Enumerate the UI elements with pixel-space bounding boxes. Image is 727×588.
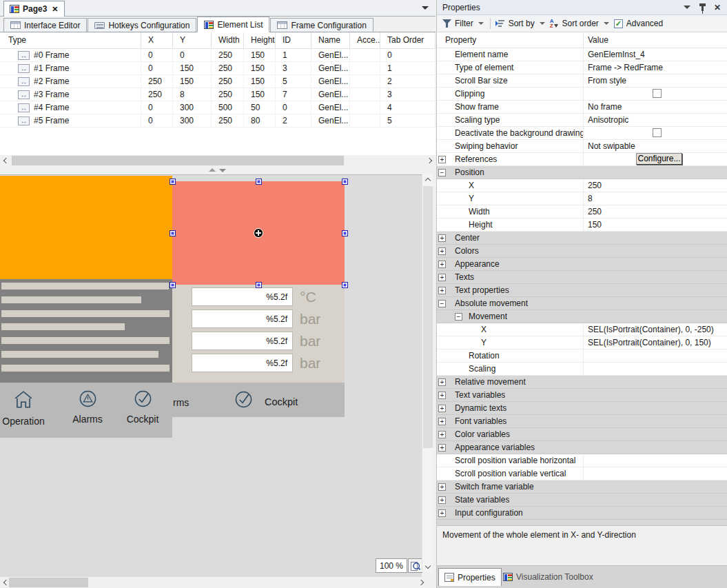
scroll-right-button[interactable] [424, 155, 436, 166]
property-column-header[interactable]: Property [437, 32, 584, 48]
column-header-height[interactable]: Height [244, 32, 276, 48]
expand-icon[interactable]: + [438, 431, 446, 438]
table-row[interactable]: ↔#3 Frame25082501507GenEl...3 [0, 88, 436, 101]
hscroll-thumb[interactable] [12, 156, 344, 165]
tab-interface-editor[interactable]: Interface Editor [3, 18, 87, 32]
filter-button[interactable]: Filter [442, 19, 484, 28]
expand-icon[interactable]: + [438, 392, 446, 399]
property-value[interactable]: From style [584, 74, 727, 87]
tab-list-dropdown-icon[interactable] [422, 6, 429, 10]
property-value[interactable] [584, 454, 727, 467]
selection-handle[interactable] [342, 179, 348, 185]
expand-icon[interactable]: + [438, 444, 446, 452]
column-header-acce[interactable]: Acce... [350, 32, 380, 48]
list-frame[interactable] [0, 279, 172, 383]
property-value[interactable] [584, 467, 727, 480]
property-value[interactable]: Not swipable [584, 140, 727, 152]
scroll-right-button[interactable] [416, 577, 427, 588]
property-value[interactable]: Frame -> RedFrame [584, 61, 727, 74]
scroll-down-button[interactable] [422, 561, 433, 572]
expand-icon[interactable]: + [438, 261, 446, 268]
property-value[interactable]: GenElemInst_4 [584, 48, 727, 61]
expand-icon[interactable]: + [438, 509, 446, 517]
nav-bar-portrait-frame[interactable]: OperationAlarmsCockpit [0, 383, 172, 438]
sort-order-button[interactable]: AZ Sort order [550, 19, 609, 28]
center-move-handle[interactable] [254, 228, 263, 238]
splitter-collapse-down-icon[interactable] [219, 169, 226, 172]
document-tab-page3[interactable]: Page3 ✕ [3, 1, 65, 17]
tab-properties[interactable]: Properties [438, 568, 502, 586]
panel-menu-dropdown-icon[interactable] [682, 3, 693, 12]
property-value[interactable] [584, 363, 727, 375]
advanced-toggle[interactable]: ✓ Advanced [614, 19, 663, 28]
zoom-level-box[interactable]: 100 % [376, 558, 407, 573]
column-header-name[interactable]: Name [311, 32, 350, 48]
property-value[interactable]: Configure... [584, 153, 727, 165]
expand-icon[interactable]: + [438, 483, 446, 491]
scroll-left-button[interactable] [0, 155, 11, 166]
values-frame[interactable]: %5.2f°C%5.2fbar%5.2fbar%5.2fbar [172, 279, 345, 383]
property-value[interactable] [584, 88, 727, 100]
property-value[interactable]: 250 [584, 179, 727, 192]
pane-splitter[interactable] [0, 166, 436, 174]
expand-icon[interactable]: + [438, 378, 446, 386]
property-value[interactable] [584, 349, 727, 362]
expand-icon[interactable]: + [438, 405, 446, 412]
table-row[interactable]: ↔#0 Frame002501501GenEl...0 [0, 49, 436, 62]
expand-icon[interactable]: + [438, 156, 446, 163]
column-header-x[interactable]: X [141, 32, 173, 48]
checkbox[interactable] [653, 89, 662, 98]
orange-frame[interactable] [0, 176, 172, 279]
collapse-icon[interactable]: − [455, 313, 462, 321]
value-column-header[interactable]: Value [584, 32, 608, 48]
property-value[interactable]: Anisotropic [584, 114, 727, 126]
configure-button[interactable]: Configure... [636, 153, 682, 165]
table-row[interactable]: ↔#5 Frame0300250802GenEl...5 [0, 114, 436, 128]
tab-visualization-toolbox[interactable]: Visualization Toolbox [498, 568, 599, 586]
expand-icon[interactable]: + [438, 247, 446, 255]
property-value[interactable]: SEL(IsPortrait(Container), 0, -250) [584, 323, 727, 336]
selection-handle[interactable] [170, 230, 176, 236]
property-value[interactable]: 250 [584, 205, 727, 218]
tab-hotkeys-configuration[interactable]: Hotkeys Configuration [88, 18, 196, 32]
scroll-up-button[interactable] [422, 174, 433, 185]
column-header-tab-order[interactable]: Tab Order [380, 32, 436, 48]
selection-handle[interactable] [170, 179, 176, 185]
column-header-width[interactable]: Width [212, 32, 244, 48]
checkbox[interactable] [653, 128, 662, 137]
tab-element-list[interactable]: Element List [197, 17, 269, 32]
expand-icon[interactable]: + [438, 418, 446, 425]
table-row[interactable]: ↔#1 Frame01502501503GenEl...1 [0, 62, 436, 75]
table-row[interactable]: ↔#2 Frame2501502501505GenEl...2 [0, 75, 436, 88]
property-value[interactable] [584, 127, 727, 139]
table-row[interactable]: ↔#4 Frame0300500500GenEl...4 [0, 101, 436, 114]
expand-icon[interactable]: + [438, 496, 446, 504]
checked-checkbox-icon[interactable]: ✓ [614, 19, 623, 28]
column-header-type[interactable]: Type [0, 32, 141, 48]
column-header-y[interactable]: Y [173, 32, 212, 48]
hscroll-thumb[interactable] [9, 578, 88, 587]
property-value[interactable]: 8 [584, 192, 727, 205]
property-value[interactable]: SEL(IsPortrait(Container), 0, 150) [584, 336, 727, 349]
expand-icon[interactable]: + [438, 287, 446, 294]
splitter-collapse-up-icon[interactable] [209, 168, 216, 172]
selection-handle[interactable] [342, 282, 348, 288]
expand-icon[interactable]: + [438, 234, 446, 242]
expand-icon[interactable]: + [438, 274, 446, 281]
selection-handle[interactable] [256, 282, 262, 288]
zoom-tool-button[interactable] [408, 558, 422, 573]
collapse-icon[interactable]: − [438, 169, 446, 176]
pin-icon[interactable] [697, 3, 708, 12]
close-icon[interactable]: ✕ [52, 5, 58, 14]
vscroll-thumb[interactable] [423, 186, 433, 448]
property-value[interactable]: 150 [584, 219, 727, 231]
collapse-icon[interactable]: − [438, 300, 446, 307]
property-value[interactable]: No frame [584, 101, 727, 113]
selection-handle[interactable] [256, 179, 262, 185]
close-icon[interactable]: ✕ [712, 3, 723, 12]
sort-by-button[interactable]: Sort by [495, 19, 545, 28]
visualization-canvas[interactable]: %5.2f°C%5.2fbar%5.2fbar%5.2fbar rmsCockp… [0, 174, 422, 577]
tab-frame-configuration[interactable]: Frame Configuration [270, 18, 373, 32]
column-header-id[interactable]: ID [276, 32, 311, 48]
selection-handle[interactable] [170, 282, 176, 288]
